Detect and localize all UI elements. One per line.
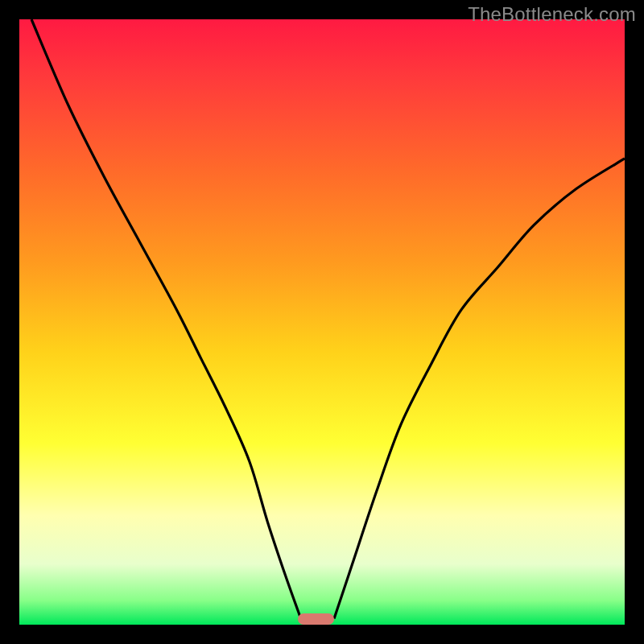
right-curve-path	[334, 159, 625, 619]
chart-plot-area	[19, 19, 625, 625]
bottleneck-marker	[298, 613, 334, 625]
chart-curves	[19, 19, 625, 625]
chart-frame: TheBottleneck.com	[0, 0, 644, 644]
left-curve-path	[31, 19, 301, 618]
watermark-text: TheBottleneck.com	[468, 3, 636, 26]
